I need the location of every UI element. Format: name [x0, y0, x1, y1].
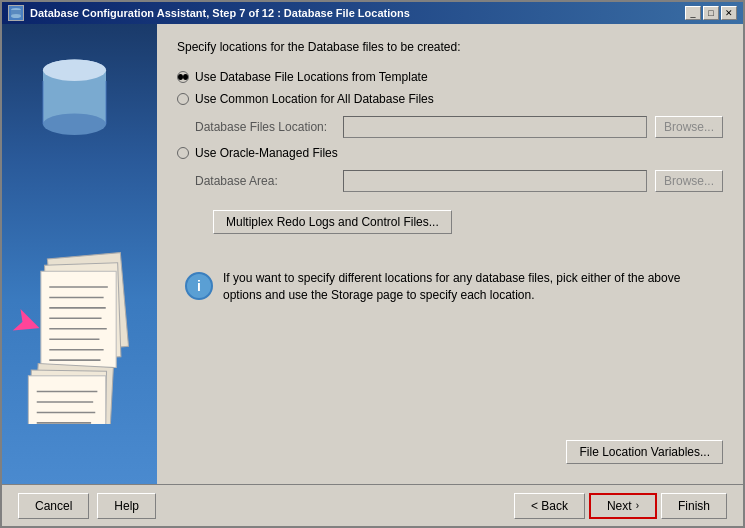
svg-rect-22 — [28, 376, 105, 424]
radio-row-3[interactable]: Use Oracle-Managed Files — [177, 146, 723, 160]
cancel-button[interactable]: Cancel — [18, 493, 89, 519]
radio-template-label: Use Database File Locations from Templat… — [195, 70, 428, 84]
help-button[interactable]: Help — [97, 493, 156, 519]
multiplex-button[interactable]: Multiplex Redo Logs and Control Files... — [213, 210, 452, 234]
info-box: i If you want to specify different locat… — [177, 262, 723, 312]
file-location-variables-button[interactable]: File Location Variables... — [566, 440, 723, 464]
svg-point-2 — [11, 14, 21, 18]
info-icon: i — [185, 272, 213, 300]
maximize-button[interactable]: □ — [703, 6, 719, 20]
options-area: Use Database File Locations from Templat… — [177, 70, 723, 234]
artwork: ➤ — [2, 24, 157, 484]
next-button-label: Next — [607, 499, 632, 513]
browse-button-2[interactable]: Browse... — [655, 170, 723, 192]
right-panel: Specify locations for the Database files… — [157, 24, 743, 484]
next-arrow-icon: › — [636, 500, 639, 511]
file-location-row: File Location Variables... — [177, 440, 723, 464]
bottom-left-buttons: Cancel Help — [18, 493, 156, 519]
instruction-text: Specify locations for the Database files… — [177, 40, 723, 54]
radio-common[interactable] — [177, 93, 189, 105]
browse-button-1[interactable]: Browse... — [655, 116, 723, 138]
field-row-2: Database Area: Browse... — [195, 170, 723, 192]
bottom-bar: Cancel Help < Back Next › Finish — [2, 484, 743, 526]
radio-oracle-managed[interactable] — [177, 147, 189, 159]
field2-label: Database Area: — [195, 174, 335, 188]
window-controls: _ □ ✕ — [685, 6, 737, 20]
radio-template[interactable] — [177, 71, 189, 83]
info-text: If you want to specify different locatio… — [223, 270, 715, 304]
db-files-location-input[interactable] — [343, 116, 647, 138]
radio-common-label: Use Common Location for All Database Fil… — [195, 92, 434, 106]
finish-button[interactable]: Finish — [661, 493, 727, 519]
radio-row-1[interactable]: Use Database File Locations from Templat… — [177, 70, 723, 84]
radio-row-2[interactable]: Use Common Location for All Database Fil… — [177, 92, 723, 106]
svg-point-6 — [43, 59, 106, 81]
svg-rect-11 — [41, 271, 116, 367]
window-icon — [8, 5, 24, 21]
next-button[interactable]: Next › — [589, 493, 657, 519]
db-area-input[interactable] — [343, 170, 647, 192]
field-row-1: Database Files Location: Browse... — [195, 116, 723, 138]
minimize-button[interactable]: _ — [685, 6, 701, 20]
db-cylinder-icon — [37, 54, 112, 144]
left-panel: ➤ — [2, 24, 157, 484]
svg-point-5 — [43, 113, 106, 135]
content-area: ➤ Specify locations for the Database fil… — [2, 24, 743, 484]
window-title: Database Configuration Assistant, Step 7… — [30, 7, 410, 19]
close-button[interactable]: ✕ — [721, 6, 737, 20]
bottom-right-buttons: < Back Next › Finish — [514, 493, 727, 519]
radio-oracle-managed-label: Use Oracle-Managed Files — [195, 146, 338, 160]
title-bar: Database Configuration Assistant, Step 7… — [2, 2, 743, 24]
field1-label: Database Files Location: — [195, 120, 335, 134]
back-button[interactable]: < Back — [514, 493, 585, 519]
main-window: Database Configuration Assistant, Step 7… — [0, 0, 745, 528]
